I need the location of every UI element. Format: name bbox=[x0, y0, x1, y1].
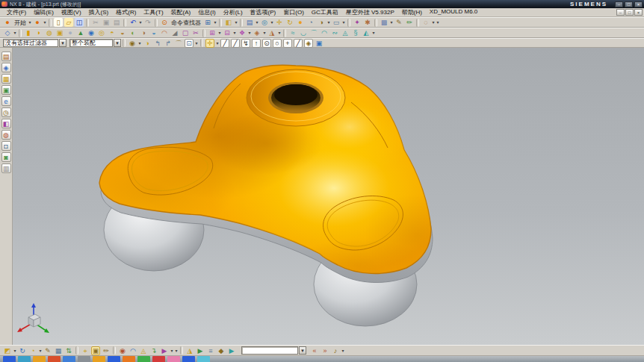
general-selection-icon[interactable]: ◉ bbox=[128, 39, 137, 48]
active-tool-icon[interactable]: ▣ bbox=[91, 346, 100, 355]
instance-dropdown-arrow[interactable]: ▾ bbox=[247, 28, 252, 37]
redo-icon[interactable]: ↷ bbox=[143, 18, 152, 27]
style-dropdown-arrow[interactable]: ▾ bbox=[326, 18, 331, 27]
undo-icon[interactable]: ↶ bbox=[129, 18, 137, 27]
offset-dropdown-arrow[interactable]: ▾ bbox=[262, 28, 267, 37]
roles-icon[interactable]: ◙ bbox=[1, 152, 11, 162]
start-button[interactable]: 开始 bbox=[14, 19, 26, 27]
history-icon[interactable]: ◷ bbox=[1, 107, 11, 117]
menu-preferences[interactable]: 首选项(P) bbox=[247, 8, 280, 16]
rotate-icon[interactable]: ↻ bbox=[285, 18, 294, 27]
bounded-plane-icon[interactable]: ▣ bbox=[315, 39, 323, 48]
existing-point-icon[interactable]: + bbox=[283, 39, 292, 48]
menu-starry-plugin[interactable]: 星空外挂 V5.932P bbox=[342, 8, 398, 16]
mirror-feature-icon[interactable]: ⊟ bbox=[223, 28, 232, 37]
instance-icon[interactable]: ❖ bbox=[238, 28, 247, 37]
sketch-task-icon[interactable]: ◩ bbox=[3, 346, 12, 355]
system-materials-icon[interactable]: ◧ bbox=[1, 119, 11, 128]
measure-icon[interactable]: ✏ bbox=[405, 18, 414, 27]
edit-object-display-icon[interactable]: ✱ bbox=[363, 18, 372, 27]
profile-icon[interactable]: ✎ bbox=[43, 346, 52, 355]
menu-insert[interactable]: 插入(S) bbox=[85, 8, 113, 16]
overflow-dot[interactable]: ▾ bbox=[341, 346, 345, 355]
taskbar-item[interactable] bbox=[3, 356, 16, 362]
point-on-surface-icon[interactable]: ◈ bbox=[304, 39, 313, 48]
reattach-dropdown-arrow[interactable]: ▾ bbox=[38, 346, 43, 355]
menu-window[interactable]: 窗口(O) bbox=[279, 8, 308, 16]
extend-tool-icon[interactable]: ▶ bbox=[160, 346, 169, 355]
offset-surface-icon[interactable]: § bbox=[351, 28, 360, 37]
revolve-icon[interactable]: ◍ bbox=[45, 28, 54, 37]
sketch-icon[interactable]: ▮ bbox=[24, 28, 33, 37]
menu-information[interactable]: 信息(I) bbox=[194, 8, 220, 16]
overflow-dot[interactable]: ▾ bbox=[174, 346, 179, 355]
overflow-dot[interactable]: ▾ bbox=[277, 28, 282, 37]
annotate-icon[interactable]: ✎ bbox=[394, 18, 403, 27]
trimmed-sheet-icon[interactable]: ◭ bbox=[362, 28, 371, 37]
start-dropdown-arrow[interactable]: ▾ bbox=[43, 18, 47, 27]
view-dropdown-arrow[interactable]: ▾ bbox=[234, 18, 238, 27]
taskbar-item[interactable] bbox=[108, 356, 120, 362]
process-studio-icon[interactable]: ◍ bbox=[1, 130, 11, 140]
taskbar-item[interactable] bbox=[152, 356, 165, 362]
scale-icon[interactable]: ◮ bbox=[267, 28, 276, 37]
constraints-icon[interactable]: ⇅ bbox=[64, 346, 73, 355]
taskbar-item[interactable] bbox=[137, 356, 150, 362]
assembly-navigator-icon[interactable]: ▤ bbox=[1, 52, 11, 61]
mdi-minimize-button[interactable]: – bbox=[616, 9, 625, 16]
restore-button[interactable]: □ bbox=[625, 1, 633, 7]
boss-icon[interactable]: ◓ bbox=[108, 28, 117, 37]
section-surface-icon[interactable]: ◠ bbox=[320, 28, 329, 37]
system-scenes-icon[interactable]: ▥ bbox=[1, 163, 11, 173]
new-icon[interactable]: ▯ bbox=[54, 18, 63, 27]
manufacturing-wizards-icon[interactable]: ◘ bbox=[1, 141, 11, 151]
fit-view-icon[interactable]: ▤ bbox=[245, 18, 254, 27]
wireframe-style-icon[interactable]: ◔ bbox=[306, 18, 315, 27]
part-cleanup-icon[interactable]: ◌ bbox=[421, 18, 430, 27]
quick-extend-icon[interactable]: ▶ bbox=[196, 346, 205, 355]
subtract-icon[interactable]: ◑ bbox=[139, 28, 148, 37]
previous-selection-icon[interactable]: ↰ bbox=[153, 39, 162, 48]
open-icon[interactable]: ▱ bbox=[64, 18, 73, 27]
menu-analysis[interactable]: 分析(L) bbox=[220, 8, 247, 16]
menu-help[interactable]: 帮助(H) bbox=[398, 8, 426, 16]
taskbar-item[interactable] bbox=[197, 356, 210, 362]
menu-assemblies[interactable]: 装配(A) bbox=[167, 8, 195, 16]
select-dropdown-arrow[interactable]: ▾ bbox=[137, 39, 142, 48]
taskbar-item[interactable] bbox=[182, 356, 195, 362]
circle-tool-icon[interactable]: ◉ bbox=[118, 346, 127, 355]
auto-dimension-icon[interactable]: ▶ bbox=[227, 346, 236, 355]
cut-icon[interactable]: ✂ bbox=[91, 18, 100, 27]
n-sided-surface-icon[interactable]: ◬ bbox=[341, 28, 350, 37]
pocket-icon[interactable]: ◒ bbox=[118, 28, 127, 37]
cylinder-icon[interactable]: ● bbox=[66, 28, 75, 37]
menu-file[interactable]: 文件(F) bbox=[3, 8, 30, 16]
cone-icon[interactable]: ▲ bbox=[76, 28, 85, 37]
intersection-point-icon[interactable]: ↑ bbox=[252, 39, 261, 48]
taskbar-item[interactable] bbox=[63, 356, 75, 362]
start-icon[interactable]: ● bbox=[33, 18, 42, 27]
selection-scope-combo[interactable]: 整个装配 bbox=[69, 39, 113, 47]
mdi-close-button[interactable]: × bbox=[634, 9, 643, 16]
unite-icon[interactable]: ◐ bbox=[129, 28, 137, 37]
menus[interactable]: 文件(F)编辑(E)视图(V)插入(S)格式(R)工具(T)装配(A)信息(I)… bbox=[3, 8, 481, 16]
mid-point-icon[interactable]: ╱ bbox=[231, 39, 240, 48]
fit-dropdown-arrow[interactable]: ▾ bbox=[255, 18, 259, 27]
stop-at-intersection-icon[interactable]: ⊡ bbox=[185, 39, 193, 48]
datum-dropdown-arrow[interactable]: ▾ bbox=[13, 28, 17, 37]
menu-view[interactable]: 视图(V) bbox=[58, 8, 85, 16]
pan-icon[interactable]: ✛ bbox=[275, 18, 284, 27]
line-tool-icon[interactable]: ✏ bbox=[102, 346, 111, 355]
selection-scope-dropdown-arrow[interactable]: ▼ bbox=[114, 39, 121, 47]
graphics-window[interactable] bbox=[13, 48, 644, 345]
control-point-icon[interactable]: ↯ bbox=[241, 39, 250, 48]
view-orient-icon[interactable]: ◧ bbox=[224, 18, 233, 27]
render-style-icon[interactable]: ◑ bbox=[317, 18, 326, 27]
quadrant-point-icon[interactable]: ○ bbox=[273, 39, 282, 48]
taskbar-item[interactable] bbox=[93, 356, 105, 362]
offset-icon[interactable]: ◈ bbox=[253, 28, 261, 37]
start-button-icon[interactable]: ● bbox=[3, 18, 12, 27]
fillet-tool-icon[interactable]: ◬ bbox=[139, 346, 148, 355]
quick-trim-icon[interactable]: ◮ bbox=[185, 346, 194, 355]
show-hide-icon[interactable]: ✦ bbox=[353, 18, 362, 27]
